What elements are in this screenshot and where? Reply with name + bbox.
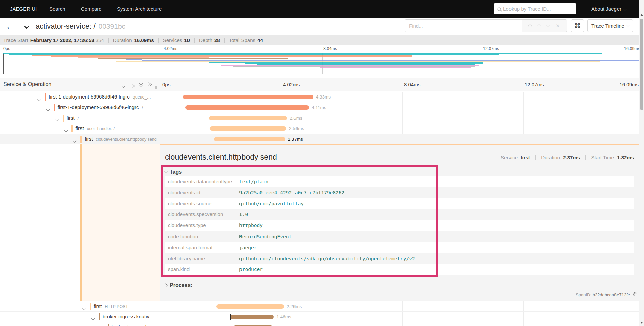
deep-link-icon[interactable] xyxy=(632,291,637,298)
span-row[interactable]: first-1-deployment-59968d6f46-lngrcqueue… xyxy=(0,92,644,102)
focus-icon[interactable] xyxy=(528,24,532,27)
depth-label: Depth xyxy=(199,37,212,43)
nav-item-system-architecture[interactable]: System Architecture xyxy=(117,0,162,18)
trace-collapse-chevron-icon[interactable] xyxy=(25,23,29,29)
trace-id-search-input[interactable] xyxy=(503,6,567,12)
keyboard-shortcuts-button[interactable]: ⌘ xyxy=(571,19,584,32)
span-duration-bar[interactable] xyxy=(214,137,285,141)
tag-value: github.com/cloudevents/sdk-go/observabil… xyxy=(239,256,415,261)
trace-id: 00391bc xyxy=(99,22,126,30)
tag-row[interactable]: cloudevents.typehttpbody xyxy=(165,220,634,231)
service-color-bar xyxy=(63,115,64,122)
tag-row[interactable]: span.kindproducer xyxy=(165,264,634,275)
trace-id-search-box[interactable] xyxy=(494,3,576,14)
trace-start-label: Trace Start xyxy=(3,37,28,43)
span-duration-bar[interactable] xyxy=(185,105,309,110)
span-id: SpanID: b22debcaa8e712fe xyxy=(576,292,630,297)
scrollbar-down-arrow[interactable] xyxy=(640,322,643,324)
span-collapse-chevron-icon[interactable] xyxy=(83,305,85,311)
operation-name: HTTP POST xyxy=(105,304,128,309)
tag-row[interactable]: cloudevents.specversion1.0 xyxy=(165,209,634,220)
span-detail-title: cloudevents.client.httpbody send xyxy=(165,153,277,162)
scrollbar-thumb[interactable] xyxy=(640,19,643,110)
prev-result-icon[interactable] xyxy=(537,24,541,27)
span-row[interactable]: broker-ingress.knativ…1.46ms xyxy=(0,312,644,322)
span-duration-bar[interactable] xyxy=(230,315,274,319)
operation-name: cloudevents.client.httpbody send xyxy=(96,137,156,142)
tag-value: producer xyxy=(239,267,263,272)
service-name[interactable]: firstHTTP POST xyxy=(94,303,128,309)
find-input[interactable] xyxy=(405,20,522,32)
timeline-tick-label: 12.07ms xyxy=(525,82,544,87)
trace-info-bar: Trace Start February 17 2022, 17:26:53 .… xyxy=(0,35,644,45)
span-duration-label: 1.46ms xyxy=(277,314,291,319)
back-button[interactable]: ← xyxy=(0,18,20,35)
vertical-scrollbar[interactable] xyxy=(639,0,644,326)
trace-view-select[interactable]: Trace Timeline xyxy=(587,19,633,32)
collapse-one-icon[interactable] xyxy=(122,83,125,89)
service-name[interactable]: first/ xyxy=(67,115,79,121)
total-spans-value: 44 xyxy=(257,37,263,43)
span-row[interactable]: firstuser_handler: /2.56ms xyxy=(0,123,644,134)
service-value: first xyxy=(520,155,530,160)
span-duration-label: 4.33ms xyxy=(316,94,331,100)
service-name[interactable]: broker-ingress.kn… xyxy=(112,324,156,326)
tag-row[interactable]: cloudevents.id9a2b25a0-eee4-4292-a0c7-c7… xyxy=(165,187,634,198)
service-name[interactable]: first-1-deployment-59968d6f46-lngrc/ xyxy=(58,104,143,110)
span-collapse-chevron-icon[interactable] xyxy=(38,95,40,101)
span-row[interactable]: broker-ingress.kn…1.28ms xyxy=(0,322,644,326)
scrollbar-up-arrow[interactable] xyxy=(640,14,643,16)
timeline-tick-label: 0μs xyxy=(162,82,171,87)
span-collapse-chevron-icon[interactable] xyxy=(56,116,58,122)
minimap-span-line xyxy=(142,60,641,61)
service-color-bar xyxy=(108,324,109,326)
span-collapse-chevron-icon[interactable] xyxy=(92,315,94,321)
next-result-icon[interactable] xyxy=(546,24,550,27)
tag-row[interactable]: code.functionRecordSendingEvent xyxy=(165,231,634,242)
tag-row[interactable]: internal.span.formatjaeger xyxy=(165,242,634,253)
expand-one-icon[interactable] xyxy=(131,83,134,89)
clear-icon[interactable]: ✕ xyxy=(556,23,560,28)
span-log-marker[interactable] xyxy=(230,314,231,320)
span-collapse-chevron-icon[interactable] xyxy=(73,137,76,143)
tag-row[interactable]: cloudevents.sourcegithub/com/pavolloffay xyxy=(165,198,634,209)
column-resize-handle[interactable] xyxy=(155,86,157,89)
minimap-canvas[interactable] xyxy=(3,53,641,74)
tag-row[interactable]: cloudevents.datacontenttypetext/plain xyxy=(165,176,634,187)
nav-item-compare[interactable]: Compare xyxy=(81,0,102,18)
process-section-toggle[interactable]: Process: xyxy=(164,282,193,288)
tag-key: cloudevents.type xyxy=(168,222,206,228)
tags-section-toggle[interactable]: Tags xyxy=(164,169,182,175)
service-name[interactable]: firstcloudevents.client.httpbody send xyxy=(85,136,157,142)
chevron-down-icon xyxy=(624,8,626,10)
span-collapse-chevron-icon[interactable] xyxy=(65,127,67,133)
tag-value: github/com/pavolloffay xyxy=(239,201,304,206)
tag-key: cloudevents.id xyxy=(168,190,200,195)
find-controls: ✕ xyxy=(522,20,567,32)
nav-brand[interactable]: JAEGER UI xyxy=(10,0,37,18)
about-jaeger-menu[interactable]: About Jaeger xyxy=(591,0,626,18)
service-name[interactable]: first-1-deployment-59968d6f46-lngrcqueue… xyxy=(49,94,151,100)
span-row[interactable]: first-1-deployment-59968d6f46-lngrc/4.11… xyxy=(0,102,644,113)
service-color-bar xyxy=(80,136,82,143)
about-jaeger-label: About Jaeger xyxy=(591,6,621,12)
span-duration-bar[interactable] xyxy=(209,116,287,120)
span-duration-bar[interactable] xyxy=(210,126,286,131)
span-duration-label: 2.26ms xyxy=(287,304,302,309)
tag-key: cloudevents.specversion xyxy=(168,211,223,217)
service-name[interactable]: broker-ingress.knativ… xyxy=(103,314,154,319)
span-collapse-chevron-icon[interactable] xyxy=(47,106,49,112)
tag-row[interactable]: otel.library.namegithub.com/cloudevents/… xyxy=(165,253,634,264)
service-color-bar xyxy=(54,104,55,111)
span-row[interactable]: firstHTTP POST2.26ms xyxy=(0,301,644,312)
span-row[interactable]: first/2.6ms xyxy=(0,113,644,123)
find-box[interactable]: ✕ xyxy=(405,19,567,32)
span-row[interactable]: firstcloudevents.client.httpbody send2.3… xyxy=(0,134,644,144)
span-duration-bar[interactable] xyxy=(216,304,284,309)
trace-title[interactable]: activator-service: / xyxy=(36,22,96,31)
span-duration-bar[interactable] xyxy=(183,95,313,99)
tag-value: text/plain xyxy=(239,179,268,184)
service-name[interactable]: firstuser_handler: / xyxy=(75,125,115,131)
nav-item-search[interactable]: Search xyxy=(49,0,65,18)
minimap-left-scrubber[interactable] xyxy=(3,53,4,74)
